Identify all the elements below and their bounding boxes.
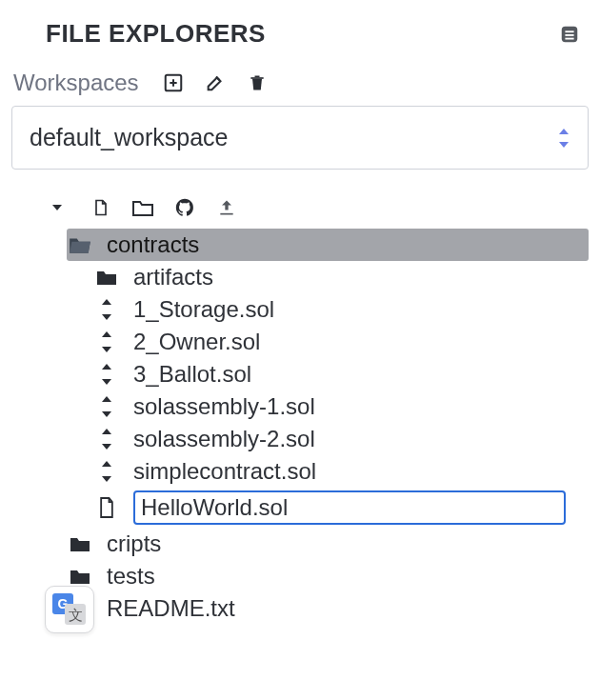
file-item-simplecontract[interactable]: simplecontract.sol xyxy=(93,455,589,488)
google-translate-badge[interactable]: G 文 xyxy=(45,586,94,633)
rename-workspace-icon[interactable] xyxy=(202,70,229,96)
select-arrows-icon xyxy=(557,129,570,148)
workspaces-label: Workspaces xyxy=(13,70,139,96)
svg-rect-2 xyxy=(565,34,573,36)
tree-item-label: 1_Storage.sol xyxy=(133,296,274,323)
tree-item-label: tests xyxy=(107,563,155,590)
workspace-select-value: default_workspace xyxy=(30,124,557,151)
folder-item-contracts[interactable]: contracts xyxy=(67,229,589,261)
solidity-file-icon xyxy=(93,299,120,320)
folder-item-scripts[interactable]: cripts xyxy=(67,528,589,560)
solidity-file-icon xyxy=(93,396,120,417)
tree-item-label: README.txt xyxy=(107,595,235,622)
solidity-file-icon xyxy=(93,331,120,352)
folder-item-artifacts[interactable]: artifacts xyxy=(93,261,589,293)
solidity-file-icon xyxy=(93,364,120,385)
file-item-storage[interactable]: 1_Storage.sol xyxy=(93,293,589,326)
tree-item-label: simplecontract.sol xyxy=(133,458,316,485)
github-icon[interactable] xyxy=(171,194,198,221)
folder-open-icon xyxy=(67,234,93,255)
workspace-select[interactable]: default_workspace xyxy=(11,106,589,170)
tree-item-label: contracts xyxy=(107,231,199,258)
add-workspace-icon[interactable] xyxy=(160,70,187,96)
tree-item-label: artifacts xyxy=(133,264,213,290)
tree-item-label: 3_Ballot.sol xyxy=(133,361,251,388)
panel-options-icon[interactable] xyxy=(556,21,583,48)
delete-workspace-icon[interactable] xyxy=(244,70,270,96)
new-file-icon[interactable] xyxy=(88,194,114,221)
file-item-solassembly-1[interactable]: solassembly-1.sol xyxy=(93,390,589,423)
tree-item-label: solassembly-2.sol xyxy=(133,426,315,452)
folder-icon xyxy=(67,567,93,586)
folder-icon xyxy=(93,268,120,287)
solidity-file-icon xyxy=(93,429,120,450)
svg-rect-1 xyxy=(565,30,573,32)
filename-input[interactable] xyxy=(133,490,566,525)
file-item-ballot[interactable]: 3_Ballot.sol xyxy=(93,358,589,390)
svg-text:文: 文 xyxy=(69,607,83,623)
upload-icon[interactable] xyxy=(213,194,240,221)
svg-rect-5 xyxy=(220,213,232,215)
tree-item-label: solassembly-1.sol xyxy=(133,393,315,420)
file-item-editing[interactable] xyxy=(93,488,589,528)
file-item-solassembly-2[interactable]: solassembly-2.sol xyxy=(93,423,589,455)
tree-item-label: 2_Owner.sol xyxy=(133,329,260,355)
file-item-owner[interactable]: 2_Owner.sol xyxy=(93,326,589,358)
tree-item-label: cripts xyxy=(107,530,161,557)
solidity-file-icon xyxy=(93,461,120,482)
file-icon xyxy=(93,496,120,519)
file-item-readme[interactable]: README.txt xyxy=(67,592,589,625)
svg-rect-3 xyxy=(565,37,573,39)
panel-title: FILE EXPLORERS xyxy=(46,19,266,49)
folder-icon xyxy=(67,534,93,553)
folder-item-tests[interactable]: tests xyxy=(67,560,589,592)
new-folder-icon[interactable] xyxy=(130,194,156,221)
collapse-all-icon[interactable] xyxy=(51,198,63,218)
